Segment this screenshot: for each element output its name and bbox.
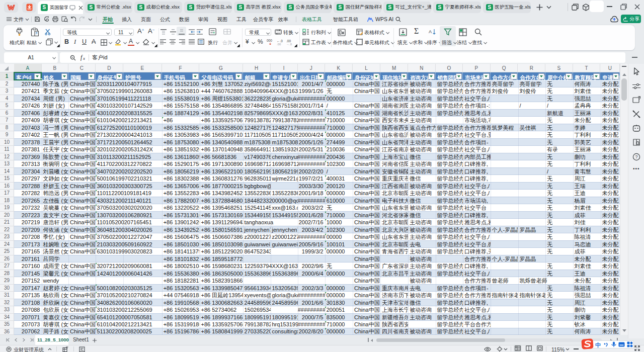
svg-text:.00: .00	[277, 43, 281, 45]
svg-text:000: 000	[267, 39, 272, 42]
svg-text:←.0: ←.0	[277, 39, 283, 43]
svg-text:A: A	[429, 29, 432, 34]
svg-text:.00: .00	[286, 39, 291, 43]
svg-text:?: ?	[635, 154, 638, 159]
svg-text:→.0: →.0	[286, 43, 292, 45]
